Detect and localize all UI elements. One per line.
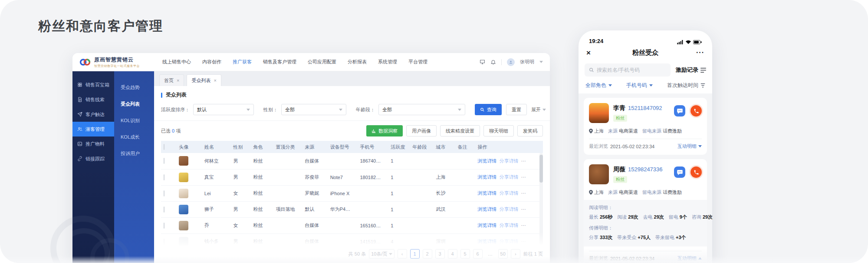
subsidebar-item-audience-trend[interactable]: 受众趋势 bbox=[114, 79, 154, 96]
page-button[interactable]: 6 bbox=[473, 249, 483, 259]
subsidebar-item-kol-growth[interactable]: KOL成长 bbox=[114, 129, 154, 145]
close-icon[interactable]: × bbox=[214, 78, 216, 83]
expand-toggle[interactable]: 展开 bbox=[531, 107, 546, 113]
sidebar-item-promo-materials[interactable]: 推广物料 bbox=[72, 136, 114, 151]
data-insight-button[interactable]: 数据洞察 bbox=[366, 125, 403, 136]
more-actions-icon[interactable]: ⋯ bbox=[521, 174, 526, 180]
row-checkbox[interactable] bbox=[164, 158, 164, 164]
row-checkbox[interactable] bbox=[164, 174, 164, 180]
row-checkbox[interactable] bbox=[164, 223, 164, 229]
nav-item-online-sales[interactable]: 线上销售中心 bbox=[162, 59, 191, 65]
more-menu-icon[interactable]: ··· bbox=[696, 49, 704, 57]
sidebar-item-sales-toolbox[interactable]: 销售百宝箱 bbox=[72, 77, 114, 92]
close-icon[interactable]: × bbox=[177, 78, 179, 83]
chat-icon[interactable] bbox=[674, 166, 685, 178]
view-detail-link[interactable]: 浏览详情 bbox=[478, 239, 497, 244]
more-actions-icon[interactable]: ⋯ bbox=[521, 239, 526, 244]
user-avatar[interactable] bbox=[507, 58, 515, 66]
monitor-icon[interactable] bbox=[480, 59, 485, 65]
nav-item-sales-customer[interactable]: 销售及客户管理 bbox=[263, 59, 296, 65]
column-device: 设备型号 bbox=[328, 141, 358, 153]
pagination-jump[interactable]: 前往 1 页 bbox=[523, 251, 543, 257]
more-actions-icon[interactable]: ⋯ bbox=[521, 158, 526, 163]
page-button[interactable]: 2 bbox=[423, 249, 432, 259]
vertical-scrollbar[interactable] bbox=[539, 153, 543, 245]
subsidebar-item-audience-list[interactable]: 受众列表 bbox=[114, 96, 154, 112]
nav-item-system[interactable]: 系统管理 bbox=[378, 59, 397, 65]
row-checkbox[interactable] bbox=[164, 239, 164, 245]
first-touch-time-sort[interactable]: 首次触达时间 bbox=[667, 82, 705, 89]
sidebar-item-prospect-management[interactable]: 潜客管理 bbox=[72, 122, 114, 136]
header-right: 张明明 bbox=[480, 58, 543, 66]
chat-detail-button[interactable]: 聊天明细 bbox=[483, 125, 514, 136]
recent-view-time: 2021-05-02 02:23:34 bbox=[610, 256, 654, 261]
search-input[interactable]: 搜索姓名/手机号码 bbox=[585, 63, 671, 77]
more-actions-icon[interactable]: ⋯ bbox=[521, 206, 526, 212]
gender-select[interactable]: 全部 bbox=[281, 104, 346, 115]
activity-sort-select[interactable]: 默认 bbox=[193, 104, 254, 115]
view-detail-link[interactable]: 浏览详情 bbox=[478, 174, 497, 180]
subsidebar-item-complaint-users[interactable]: 投诉用户 bbox=[114, 145, 154, 162]
phone-number-filter[interactable]: 手机号码 bbox=[626, 82, 653, 89]
page-button[interactable]: 4 bbox=[448, 249, 457, 259]
user-profile-button[interactable]: 用户画像 bbox=[406, 125, 437, 136]
fan-name: 周薇 bbox=[613, 166, 625, 173]
page-size-select[interactable]: 10条/页 bbox=[369, 249, 394, 259]
page-button[interactable]: 5 bbox=[460, 249, 470, 259]
call-icon[interactable] bbox=[690, 166, 702, 178]
share-detail-link[interactable]: 分享详情 bbox=[500, 174, 519, 180]
share-detail-link[interactable]: 分享详情 bbox=[500, 206, 519, 212]
incentive-record-button[interactable]: 激励记录 bbox=[676, 66, 706, 74]
call-icon[interactable] bbox=[690, 105, 702, 117]
sidebar-item-link-tracking[interactable]: 链接跟踪 bbox=[72, 151, 114, 166]
prev-page-button[interactable]: ‹ bbox=[398, 249, 407, 259]
interaction-detail-toggle[interactable]: 互动明细 bbox=[677, 255, 702, 262]
subsidebar-item-kol-identify[interactable]: KOL识别 bbox=[114, 112, 154, 129]
scrollbar-thumb[interactable] bbox=[539, 155, 543, 183]
share-detail-link[interactable]: 分享详情 bbox=[500, 190, 519, 196]
interaction-detail-toggle[interactable]: 互动明细 bbox=[677, 143, 702, 150]
reset-button[interactable]: 重置 bbox=[506, 104, 527, 115]
share-detail-link[interactable]: 分享详情 bbox=[500, 239, 519, 244]
age-range-select[interactable]: 全部 bbox=[378, 104, 465, 115]
view-detail-link[interactable]: 浏览详情 bbox=[478, 190, 497, 196]
nav-item-company-config[interactable]: 公司应用配置 bbox=[308, 59, 336, 65]
nav-item-promotion[interactable]: 推广获客 bbox=[233, 59, 252, 65]
page-button[interactable]: 50 bbox=[498, 249, 508, 259]
chat-icon[interactable] bbox=[674, 105, 685, 117]
user-name[interactable]: 张明明 bbox=[520, 59, 534, 65]
more-actions-icon[interactable]: ⋯ bbox=[521, 223, 526, 228]
nav-item-reports[interactable]: 分析报表 bbox=[348, 59, 367, 65]
share-detail-link[interactable]: 分享详情 bbox=[500, 158, 519, 163]
select-all-checkbox[interactable] bbox=[164, 144, 164, 150]
tab-audience-list[interactable]: 受众列表 × bbox=[187, 74, 221, 86]
bell-icon[interactable] bbox=[490, 59, 496, 65]
close-icon[interactable]: × bbox=[586, 49, 591, 57]
view-detail-link[interactable]: 浏览详情 bbox=[478, 158, 497, 163]
view-detail-link[interactable]: 浏览详情 bbox=[478, 206, 497, 212]
primary-sidebar: 销售百宝箱 销售线索 客户触达 潜客管理 推广物料 bbox=[72, 71, 114, 263]
fan-card[interactable]: 李青15211847092 粉丝 上海 bbox=[584, 98, 707, 155]
view-detail-link[interactable]: 浏览详情 bbox=[478, 223, 497, 228]
nav-item-platform[interactable]: 平台管理 bbox=[408, 59, 427, 65]
chevron-down-icon[interactable] bbox=[539, 61, 543, 63]
fan-phone[interactable]: 15298247336 bbox=[628, 166, 663, 173]
page-button[interactable]: 3 bbox=[435, 249, 445, 259]
reward-code-button[interactable]: 发奖码 bbox=[517, 125, 543, 136]
fan-card[interactable]: 周薇15298247336 粉丝 上海 bbox=[584, 159, 707, 263]
row-checkbox[interactable] bbox=[164, 190, 164, 196]
row-checkbox[interactable] bbox=[164, 206, 164, 213]
next-page-button[interactable]: › bbox=[511, 249, 520, 259]
more-actions-icon[interactable]: ⋯ bbox=[521, 190, 526, 196]
share-detail-link[interactable]: 分享详情 bbox=[500, 223, 519, 228]
page-button[interactable]: 1 bbox=[410, 249, 420, 259]
sidebar-item-customer-reach[interactable]: 客户触达 bbox=[72, 107, 114, 122]
sidebar-item-label: 销售百宝箱 bbox=[85, 82, 109, 88]
query-button[interactable]: 查询 bbox=[475, 104, 502, 115]
tab-home[interactable]: 首页 × bbox=[159, 74, 184, 86]
lead-precision-button[interactable]: 线索精度设置 bbox=[440, 125, 480, 136]
sidebar-item-sales-leads[interactable]: 销售线索 bbox=[72, 92, 114, 107]
fan-phone[interactable]: 15211847092 bbox=[628, 105, 662, 111]
nav-item-content[interactable]: 内容创作 bbox=[202, 59, 221, 65]
role-filter[interactable]: 全部角色 bbox=[585, 82, 612, 89]
